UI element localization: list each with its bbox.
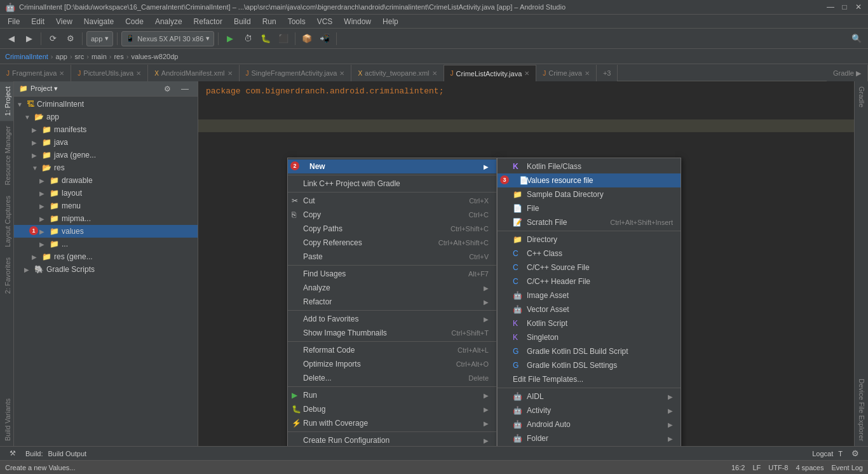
tree-item-res[interactable]: ▼ 📂 res: [14, 161, 198, 174]
new-edit-templates[interactable]: Edit File Templates...: [498, 372, 681, 386]
avd-manager-icon[interactable]: 📲: [317, 31, 332, 46]
device-dropdown[interactable]: 📱 Nexus 5X API 30 x86 ▾: [121, 31, 214, 46]
tree-item-java[interactable]: ▶ 📁 java: [14, 136, 198, 149]
build-icon[interactable]: ⚒: [5, 446, 20, 461]
panel-tab-gradle[interactable]: Gradle: [856, 81, 867, 112]
close-button[interactable]: ✕: [854, 3, 863, 11]
sync-button[interactable]: ⟳: [45, 31, 60, 46]
ctx-find-usages[interactable]: Find Usages Alt+F7: [288, 267, 496, 281]
ctx-run[interactable]: ▶ Run ▶: [288, 388, 496, 402]
ctx-add-favorites[interactable]: Add to Favorites ▶: [288, 312, 496, 326]
build-label[interactable]: Build:: [25, 450, 43, 457]
debug-button[interactable]: 🐛: [258, 31, 273, 46]
tree-item-layout[interactable]: ▶ 📁 layout: [14, 187, 198, 200]
tab-fragment-java[interactable]: J Fragment.java ✕: [0, 65, 71, 81]
new-android-auto[interactable]: 🤖 Android Auto ▶: [498, 417, 681, 431]
new-image-asset[interactable]: 🤖 Image Asset: [498, 288, 681, 302]
editor-content[interactable]: package com.bignerdranch.android.crimina…: [198, 81, 854, 101]
new-activity[interactable]: 🤖 Activity ▶: [498, 403, 681, 417]
tab-singlefragmentactivity-java[interactable]: J SingleFragmentActivity.java ✕: [240, 65, 352, 81]
gradle-panel-tab[interactable]: Gradle ▶: [827, 65, 868, 81]
ctx-delete[interactable]: Delete... Delete: [288, 371, 496, 385]
indent-setting[interactable]: 4 spaces: [796, 464, 824, 471]
search-everywhere-button[interactable]: 🔍: [849, 31, 864, 46]
new-sample-data[interactable]: 📁 Sample Data Directory: [498, 187, 681, 201]
ctx-show-image[interactable]: Show Image Thumbnails Ctrl+Shift+T: [288, 326, 496, 340]
new-singleton[interactable]: K Singleton: [498, 330, 681, 344]
new-scratch-file[interactable]: 📝 Scratch File Ctrl+Alt+Shift+Insert: [498, 215, 681, 229]
new-aidl[interactable]: 🤖 AIDL ▶: [498, 389, 681, 403]
new-folder[interactable]: 🤖 Folder ▶: [498, 431, 681, 445]
tree-item-res-gen[interactable]: ▶ 📁 res (gene...: [14, 250, 198, 263]
menu-analyze[interactable]: Analyze: [150, 16, 187, 27]
menu-run[interactable]: Run: [257, 16, 281, 27]
ctx-run-coverage[interactable]: ⚡ Run with Coverage ▶: [288, 416, 496, 430]
panel-tab-build-variants[interactable]: Build Variants: [0, 393, 13, 446]
menu-code[interactable]: Code: [120, 16, 149, 27]
sdk-manager-icon[interactable]: 📦: [299, 31, 315, 46]
tree-item-menu[interactable]: ▶ 📁 menu: [14, 200, 198, 212]
menu-build[interactable]: Build: [229, 16, 256, 27]
tab-close-2[interactable]: ✕: [227, 70, 233, 77]
tree-item-gradle-scripts[interactable]: ▶ 🐘 Gradle Scripts: [14, 263, 198, 276]
forward-button[interactable]: ▶: [22, 31, 37, 46]
panel-tab-favorites[interactable]: 2: Favorites: [0, 252, 13, 299]
line-ending[interactable]: LF: [752, 464, 761, 471]
back-button[interactable]: ◀: [4, 31, 19, 46]
tab-close-0[interactable]: ✕: [59, 70, 64, 77]
bottom-bar-settings-icon[interactable]: ⚙: [848, 446, 863, 461]
menu-window[interactable]: Window: [339, 16, 376, 27]
settings-icon[interactable]: ⚙: [63, 31, 78, 46]
ctx-copy-references[interactable]: Copy References Ctrl+Alt+Shift+C: [288, 236, 496, 250]
new-directory[interactable]: 📁 Directory: [498, 233, 681, 247]
new-cpp-header[interactable]: C C/C++ Header File: [498, 274, 681, 288]
tree-item-drawable[interactable]: ▶ 📁 drawable: [14, 174, 198, 187]
tab-pictureutils-java[interactable]: J PictureUtils.java ✕: [71, 65, 148, 81]
ctx-reformat[interactable]: Reformat Code Ctrl+Alt+L: [288, 343, 496, 357]
new-kotlin-script[interactable]: K Kotlin Script: [498, 316, 681, 330]
menu-vcs[interactable]: VCS: [312, 16, 338, 27]
new-cpp-class[interactable]: C C++ Class: [498, 247, 681, 261]
logcat-label[interactable]: Logcat: [812, 450, 833, 457]
panel-tab-resource-manager[interactable]: Resource Manager: [0, 121, 13, 191]
new-values-resource-file[interactable]: 3 📄 Values resource file: [498, 173, 681, 187]
new-fragment[interactable]: 🤖 Fragment ▶: [498, 445, 681, 446]
new-file[interactable]: 📄 File: [498, 201, 681, 215]
menu-edit[interactable]: Edit: [26, 16, 50, 27]
maximize-button[interactable]: □: [840, 3, 849, 11]
charset[interactable]: UTF-8: [768, 464, 788, 471]
stop-button[interactable]: ⬛: [276, 31, 291, 46]
tree-item-more[interactable]: ▶ 📁 ...: [14, 238, 198, 250]
ctx-optimize-imports[interactable]: Optimize Imports Ctrl+Alt+O: [288, 357, 496, 371]
breadcrumb-item-1[interactable]: app: [56, 53, 67, 60]
project-panel-close-icon[interactable]: —: [177, 81, 193, 97]
ctx-menu-item-new[interactable]: 2 New ▶: [288, 159, 496, 173]
breadcrumb-item-0[interactable]: CriminalIntent: [5, 53, 48, 60]
tab-crime-java[interactable]: J Crime.java ✕: [536, 65, 597, 81]
panel-tab-project[interactable]: 1: Project: [0, 81, 13, 121]
minimize-button[interactable]: —: [826, 3, 835, 11]
ctx-copy[interactable]: ⎘ Copy Ctrl+C: [288, 208, 496, 222]
tab-close-6[interactable]: ✕: [585, 70, 590, 77]
terminal-tab-label[interactable]: T: [838, 450, 843, 457]
tree-item-app[interactable]: ▼ 📂 app: [14, 111, 198, 123]
ctx-copy-paths[interactable]: Copy Paths Ctrl+Shift+C: [288, 222, 496, 236]
breadcrumb-item-2[interactable]: src: [75, 53, 85, 60]
tab-close-1[interactable]: ✕: [136, 70, 141, 77]
profile-button[interactable]: ⏱: [240, 31, 255, 46]
event-log-button[interactable]: Event Log: [831, 464, 863, 471]
ctx-create-run-config[interactable]: Create Run Configuration ▶: [288, 433, 496, 446]
tab-androidmanifest-xml[interactable]: X AndroidManifest.xml ✕: [148, 65, 239, 81]
run-button[interactable]: ▶: [222, 31, 238, 46]
project-panel-settings-icon[interactable]: ⚙: [159, 81, 175, 97]
tab-more[interactable]: +3: [597, 65, 618, 81]
tree-item-java-gen[interactable]: ▶ 📁 java (gene...: [14, 149, 198, 161]
menu-refactor[interactable]: Refactor: [189, 16, 227, 27]
cursor-position[interactable]: 16:2: [731, 464, 745, 471]
new-kotlin-file[interactable]: K Kotlin File/Class: [498, 159, 681, 173]
ctx-cut[interactable]: ✂ Cut Ctrl+X: [288, 194, 496, 208]
tree-item-mipmap[interactable]: ▶ 📁 mipma...: [14, 212, 198, 225]
tree-item-manifests[interactable]: ▶ 📁 manifests: [14, 123, 198, 136]
ctx-analyze[interactable]: Analyze ▶: [288, 281, 496, 295]
build-output-label[interactable]: Build Output: [48, 450, 87, 457]
